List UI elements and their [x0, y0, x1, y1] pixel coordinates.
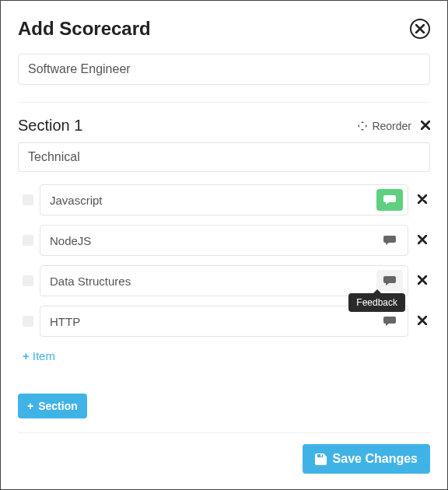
- drag-handle[interactable]: [23, 275, 33, 286]
- add-item-link[interactable]: + Item: [23, 349, 55, 362]
- move-icon: [358, 121, 367, 131]
- feedback-button[interactable]: [376, 270, 403, 292]
- comment-icon: [383, 316, 396, 327]
- section-header: Section 1 Reorder: [18, 117, 430, 135]
- delete-item-button[interactable]: [415, 193, 430, 207]
- reorder-button[interactable]: Reorder: [358, 120, 411, 132]
- comment-icon: [383, 275, 396, 286]
- add-scorecard-dialog: Add Scorecard Section 1 Reorder: [0, 0, 448, 490]
- drag-handle[interactable]: [23, 235, 33, 246]
- comment-icon: [383, 194, 396, 205]
- item-box: [40, 265, 408, 296]
- feedback-button[interactable]: [376, 310, 403, 332]
- item-name-input[interactable]: [50, 231, 370, 250]
- add-item-label: Item: [33, 349, 55, 362]
- save-label: Save Changes: [333, 452, 418, 466]
- drag-handle[interactable]: [23, 194, 33, 205]
- dialog-footer: Save Changes: [18, 444, 430, 474]
- divider: [18, 102, 430, 103]
- item-row: [23, 184, 430, 215]
- section-title: Section 1: [18, 117, 82, 135]
- item-name-input[interactable]: [50, 312, 370, 331]
- item-box: [40, 184, 408, 215]
- drag-handle[interactable]: [23, 316, 33, 327]
- close-button[interactable]: [410, 19, 430, 39]
- divider: [18, 432, 430, 433]
- delete-section-button[interactable]: [421, 119, 430, 133]
- close-icon: [418, 316, 427, 325]
- section-actions: Reorder: [358, 119, 430, 133]
- close-icon: [415, 24, 425, 33]
- section-name-input[interactable]: [18, 142, 430, 172]
- comment-icon: [383, 235, 396, 246]
- item-row: [23, 225, 430, 256]
- delete-item-button[interactable]: [415, 314, 430, 328]
- scorecard-name-input[interactable]: [18, 54, 430, 85]
- dialog-header: Add Scorecard: [18, 18, 430, 40]
- close-icon: [418, 275, 427, 285]
- close-icon: [418, 194, 427, 204]
- delete-item-button[interactable]: [415, 233, 430, 247]
- item-row: Feedback: [23, 265, 430, 296]
- feedback-tooltip: Feedback: [348, 293, 405, 312]
- reorder-label: Reorder: [372, 120, 411, 132]
- add-section-button[interactable]: + Section: [18, 394, 87, 418]
- save-icon: [315, 453, 327, 465]
- feedback-button[interactable]: [376, 229, 403, 251]
- dialog-title: Add Scorecard: [18, 18, 151, 40]
- plus-icon: +: [27, 400, 33, 412]
- plus-icon: +: [23, 349, 30, 362]
- close-icon: [418, 235, 427, 244]
- item-name-input[interactable]: [50, 191, 370, 210]
- item-box: [40, 225, 408, 256]
- save-button[interactable]: Save Changes: [303, 444, 430, 474]
- close-icon: [421, 121, 430, 130]
- delete-item-button[interactable]: [415, 274, 430, 288]
- add-section-label: Section: [38, 400, 78, 412]
- item-name-input[interactable]: [50, 271, 370, 291]
- feedback-button[interactable]: [376, 189, 403, 211]
